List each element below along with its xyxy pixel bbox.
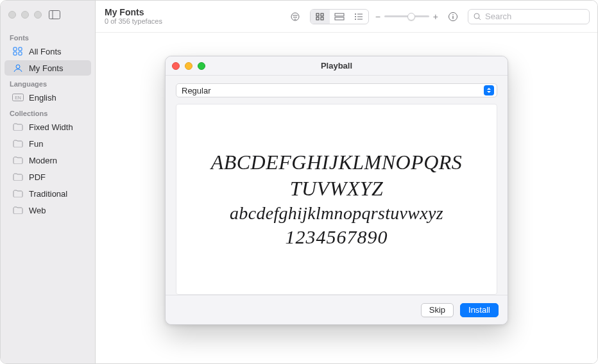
sidebar-item-label: Modern (29, 156, 85, 165)
sidebar-section-header-languages: Languages (1, 76, 95, 89)
preview-line-upper-1: ABCDEFGHIJKLMNOPQRS (211, 151, 463, 174)
svg-rect-16 (321, 17, 323, 20)
sidebar-item-fixed-width[interactable]: Fixed Width (4, 119, 91, 135)
sidebar-item-english[interactable]: EN English (4, 90, 91, 105)
preview-line-digits: 1234567890 (286, 226, 388, 248)
lang-en-icon: EN (12, 92, 24, 103)
skip-button[interactable]: Skip (421, 303, 454, 317)
svg-rect-18 (335, 17, 344, 20)
rows-view-icon (334, 13, 345, 21)
title-block: My Fonts 0 of 356 typefaces (103, 7, 162, 26)
font-style-select[interactable]: Regular (176, 83, 497, 97)
select-stepper-icon (484, 85, 494, 95)
list-view-icon (354, 13, 363, 21)
dialog-window-controls (172, 62, 205, 70)
slider-thumb[interactable] (407, 13, 415, 21)
toggle-sidebar-button[interactable] (47, 8, 62, 21)
close-window-button[interactable] (8, 11, 16, 19)
grid-icon (12, 46, 24, 56)
folder-icon (12, 188, 24, 199)
window-subtitle: 0 of 356 typefaces (105, 17, 162, 26)
sidebar-item-label: All Fonts (29, 47, 85, 56)
dialog-body: Regular ABCDEFGHIJKLMNOPQRS TUVWXYZ abcd… (166, 76, 508, 295)
font-preview: ABCDEFGHIJKLMNOPQRS TUVWXYZ abcdefghijkl… (176, 104, 497, 295)
dialog-footer: Skip Install (166, 295, 508, 324)
user-icon (12, 63, 24, 73)
svg-point-23 (355, 19, 356, 20)
install-button-label: Install (468, 305, 490, 315)
svg-point-21 (355, 16, 356, 17)
preview-line-lower: abcdefghijklmnopqrstuvwxyz (230, 203, 443, 224)
sidebar-item-label: PDF (29, 172, 85, 182)
view-grid-button[interactable] (311, 10, 330, 24)
svg-rect-17 (335, 13, 344, 16)
svg-line-29 (479, 18, 481, 20)
install-button[interactable]: Install (460, 303, 499, 317)
dialog-title: Playball (321, 61, 352, 70)
folder-icon (12, 205, 24, 215)
info-button[interactable] (445, 9, 461, 24)
size-slider[interactable] (384, 15, 429, 17)
sidebar-item-my-fonts[interactable]: My Fonts (4, 60, 91, 76)
sidebar: Fonts All Fonts My Fonts Languages EN En… (1, 1, 96, 363)
sidebar-item-label: English (29, 93, 85, 103)
minus-icon[interactable]: − (375, 12, 380, 21)
svg-rect-14 (321, 13, 323, 16)
font-style-selected-value: Regular (182, 86, 211, 95)
sidebar-item-pdf[interactable]: PDF (4, 169, 91, 185)
minimize-window-button[interactable] (21, 11, 29, 19)
svg-rect-0 (49, 11, 60, 19)
svg-rect-15 (316, 17, 319, 20)
sidebar-icon (49, 10, 60, 19)
search-field[interactable]: Search (468, 9, 590, 24)
info-icon (448, 12, 458, 22)
window-title: My Fonts (105, 7, 162, 17)
folder-icon (12, 138, 24, 149)
filter-button[interactable] (287, 9, 303, 24)
sidebar-item-label: Web (29, 206, 85, 215)
view-mode-segmented (310, 9, 369, 24)
sidebar-item-traditional[interactable]: Traditional (4, 186, 91, 201)
filter-icon (290, 12, 300, 21)
sidebar-item-web[interactable]: Web (4, 203, 91, 218)
sidebar-item-all-fonts[interactable]: All Fonts (4, 44, 91, 59)
dialog-titlebar: Playball (166, 56, 508, 76)
sidebar-item-modern[interactable]: Modern (4, 153, 91, 168)
toolbar: My Fonts 0 of 356 typefaces − (96, 1, 597, 33)
zoom-window-button[interactable] (34, 11, 42, 19)
svg-point-19 (355, 13, 356, 15)
svg-rect-5 (19, 52, 22, 55)
sidebar-item-label: My Fonts (29, 63, 85, 73)
sidebar-section-header-collections: Collections (1, 106, 95, 119)
svg-text:EN: EN (15, 95, 21, 100)
dialog-close-button[interactable] (172, 62, 180, 70)
sidebar-item-fun[interactable]: Fun (4, 136, 91, 151)
grid-view-icon (316, 13, 325, 21)
view-samples-button[interactable] (330, 10, 349, 24)
preview-size-control: − + (375, 12, 438, 21)
preview-line-upper-2: TUVWXYZ (290, 177, 384, 201)
folder-gear-icon (12, 122, 24, 132)
plus-icon[interactable]: + (433, 12, 438, 21)
search-placeholder: Search (485, 12, 511, 21)
install-font-dialog: Playball Regular ABCDEFGHIJKLMNOPQRS TUV… (165, 56, 508, 325)
dialog-zoom-button[interactable] (198, 62, 205, 70)
skip-button-label: Skip (429, 305, 445, 315)
main-area: My Fonts 0 of 356 typefaces − (96, 1, 597, 363)
svg-rect-13 (316, 13, 319, 16)
sidebar-item-label: Traditional (29, 189, 85, 199)
dialog-minimize-button[interactable] (185, 62, 192, 70)
svg-rect-4 (13, 52, 17, 55)
svg-rect-2 (13, 47, 17, 51)
sidebar-top (1, 6, 95, 30)
window-controls (8, 11, 42, 19)
search-icon (474, 13, 481, 21)
view-list-button[interactable] (349, 10, 368, 24)
folder-icon (12, 172, 24, 182)
svg-rect-3 (19, 47, 22, 51)
sidebar-item-label: Fixed Width (29, 122, 85, 132)
sidebar-item-label: Fun (29, 139, 85, 149)
sidebar-section-header-fonts: Fonts (1, 30, 95, 43)
folder-icon (12, 155, 24, 165)
font-book-window: Fonts All Fonts My Fonts Languages EN En… (0, 0, 598, 364)
